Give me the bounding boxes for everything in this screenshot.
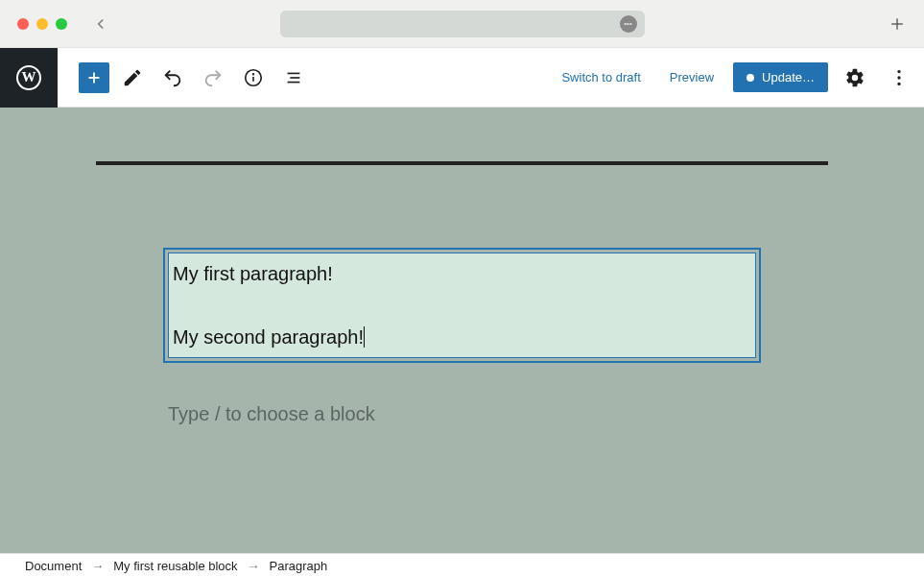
paragraph-block-1[interactable]: My first paragraph!: [173, 261, 751, 286]
update-button[interactable]: Update…: [733, 62, 828, 92]
undo-button[interactable]: [155, 60, 190, 95]
breadcrumb-separator-icon: →: [91, 559, 104, 573]
url-more-icon[interactable]: •••: [620, 15, 637, 33]
window-chrome: •••: [0, 0, 924, 48]
unsaved-changes-dot: [746, 74, 754, 82]
paragraph-2-text: My second paragraph!: [173, 326, 364, 348]
reusable-block-selection[interactable]: My first paragraph! My second paragraph!: [163, 248, 761, 363]
svg-point-6: [253, 73, 254, 74]
empty-block-placeholder[interactable]: Type / to choose a block: [168, 403, 756, 425]
title-separator: [96, 161, 828, 165]
breadcrumb-paragraph[interactable]: Paragraph: [270, 559, 328, 573]
svg-point-11: [897, 76, 900, 79]
paragraph-block-2[interactable]: My second paragraph!: [173, 325, 751, 349]
maximize-window-button[interactable]: [56, 18, 67, 30]
breadcrumb-document[interactable]: Document: [25, 559, 82, 573]
svg-point-10: [897, 69, 900, 72]
reusable-block-inner[interactable]: My first paragraph! My second paragraph!: [168, 252, 756, 358]
switch-to-draft-button[interactable]: Switch to draft: [552, 62, 650, 92]
minimize-window-button[interactable]: [36, 18, 48, 30]
wordpress-logo[interactable]: W: [0, 48, 58, 108]
breadcrumb-reusable-block[interactable]: My first reusable block: [113, 559, 237, 573]
traffic-lights: [17, 18, 67, 30]
outline-button[interactable]: [276, 60, 311, 95]
add-block-button[interactable]: [79, 62, 109, 93]
close-window-button[interactable]: [17, 18, 29, 30]
svg-point-12: [897, 82, 900, 84]
preview-button[interactable]: Preview: [660, 62, 723, 92]
text-cursor: [364, 326, 365, 348]
update-button-label: Update…: [762, 70, 815, 84]
breadcrumb-separator-icon: →: [248, 559, 260, 573]
edit-tool-button[interactable]: [115, 60, 150, 95]
editor-canvas[interactable]: My first paragraph! My second paragraph!…: [0, 108, 924, 553]
more-options-button[interactable]: [882, 60, 916, 95]
browser-back-button[interactable]: [92, 15, 109, 33]
info-button[interactable]: [236, 60, 271, 95]
url-bar[interactable]: •••: [280, 11, 645, 37]
settings-button[interactable]: [838, 60, 872, 95]
editor-toolbar: W Switch to draft Preview Update…: [0, 48, 924, 108]
breadcrumb: Document → My first reusable block → Par…: [0, 553, 924, 577]
redo-button[interactable]: [196, 60, 230, 95]
new-tab-button[interactable]: [888, 14, 907, 34]
wordpress-logo-icon: W: [16, 65, 41, 90]
